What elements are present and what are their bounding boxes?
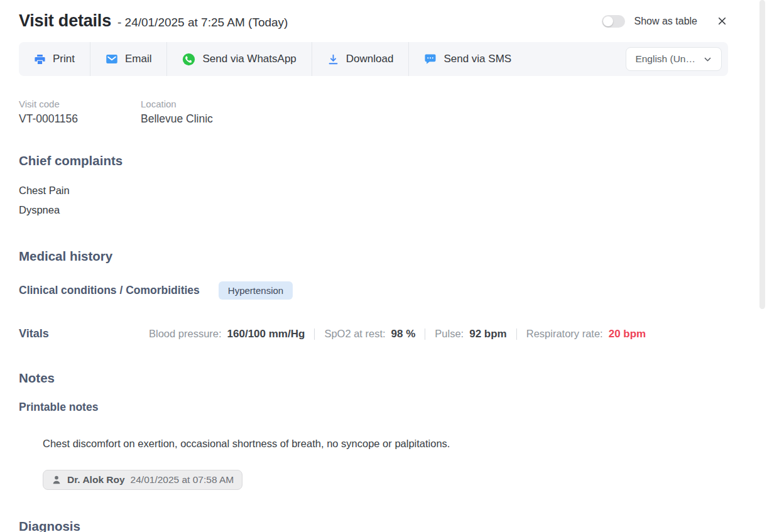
close-button[interactable] xyxy=(716,15,728,27)
diagnosis-heading: Diagnosis xyxy=(19,519,728,532)
vital-value: 160/100 mm/Hg xyxy=(227,328,305,340)
page-title: Visit details xyxy=(19,11,111,31)
download-label: Download xyxy=(346,53,394,65)
header-controls: Show as table xyxy=(602,15,728,28)
sms-label: Send via SMS xyxy=(443,53,511,65)
scrollbar-thumb[interactable] xyxy=(759,0,765,309)
show-as-table-toggle[interactable] xyxy=(602,15,625,28)
clinical-conditions-label: Clinical conditions / Comorbidities xyxy=(19,284,200,297)
download-icon xyxy=(327,53,339,65)
vital-value: 92 bpm xyxy=(469,328,507,340)
email-label: Email xyxy=(125,53,152,65)
show-as-table-label: Show as table xyxy=(634,16,697,27)
location-label: Location xyxy=(141,99,213,109)
print-button[interactable]: Print xyxy=(19,42,90,76)
vital-value: 98 % xyxy=(391,328,416,340)
vital-label: Respiratory rate: xyxy=(526,328,603,340)
visit-code-label: Visit code xyxy=(19,99,141,109)
vital-value-alert: 20 bpm xyxy=(609,328,646,340)
header: Visit details - 24/01/2025 at 7:25 AM (T… xyxy=(19,11,728,31)
title-group: Visit details - 24/01/2025 at 7:25 AM (T… xyxy=(19,11,288,31)
language-select[interactable]: English (Un… xyxy=(626,47,722,71)
page-subtitle: - 24/01/2025 at 7:25 AM (Today) xyxy=(117,16,288,30)
vital-separator xyxy=(516,328,517,340)
vitals-heading: Vitals xyxy=(19,327,149,340)
download-button[interactable]: Download xyxy=(312,42,410,76)
vital-separator xyxy=(314,328,315,340)
location-field: Location Bellevue Clinic xyxy=(141,99,213,126)
visit-info: Visit code VT-0001156 Location Bellevue … xyxy=(19,99,728,126)
vital-label: Pulse: xyxy=(435,328,464,340)
printer-icon xyxy=(34,53,46,65)
toolbar-spacer xyxy=(526,42,626,76)
whatsapp-label: Send via WhatsApp xyxy=(202,53,296,65)
close-icon xyxy=(716,15,728,27)
visit-code-field: Visit code VT-0001156 xyxy=(19,99,141,126)
note-text: Chest discomfort on exertion, occasional… xyxy=(43,438,728,450)
vital-label: Blood pressure: xyxy=(149,328,222,340)
vital-label: SpO2 at rest: xyxy=(324,328,385,340)
whatsapp-button[interactable]: Send via WhatsApp xyxy=(167,42,312,76)
chat-bubble-icon xyxy=(424,53,437,65)
language-selected-value: English (Un… xyxy=(635,53,695,65)
clinical-conditions-row: Clinical conditions / Comorbidities Hype… xyxy=(19,281,728,300)
note-timestamp: 24/01/2025 at 07:58 AM xyxy=(131,474,234,486)
note-author-badge: Dr. Alok Roy 24/01/2025 at 07:58 AM xyxy=(43,470,242,490)
print-label: Print xyxy=(53,53,75,65)
chief-complaints-list: Chest Pain Dyspnea xyxy=(19,181,728,220)
sms-button[interactable]: Send via SMS xyxy=(409,42,526,76)
medical-history-heading: Medical history xyxy=(19,249,728,264)
location-value: Bellevue Clinic xyxy=(141,112,213,126)
scrollbar-track[interactable] xyxy=(758,0,767,532)
toolbar: Print Email Send via WhatsApp xyxy=(19,42,728,76)
visit-code-value: VT-0001156 xyxy=(19,112,141,126)
complaint-item: Chest Pain xyxy=(19,181,728,200)
chevron-down-icon xyxy=(703,55,712,64)
email-button[interactable]: Email xyxy=(90,42,168,76)
printable-notes-heading: Printable notes xyxy=(19,401,728,414)
toggle-knob xyxy=(603,16,613,26)
person-icon xyxy=(52,475,62,485)
complaint-item: Dyspnea xyxy=(19,200,728,220)
vital-separator xyxy=(425,328,425,340)
visit-details-panel: Visit details - 24/01/2025 at 7:25 AM (T… xyxy=(0,0,767,532)
vitals-items: Blood pressure: 160/100 mm/Hg SpO2 at re… xyxy=(149,328,646,340)
notes-heading: Notes xyxy=(19,371,728,386)
chief-complaints-heading: Chief complaints xyxy=(19,153,728,168)
condition-badge: Hypertension xyxy=(219,281,293,300)
note-author-name: Dr. Alok Roy xyxy=(67,474,125,486)
envelope-icon xyxy=(106,53,118,65)
vitals-row: Vitals Blood pressure: 160/100 mm/Hg SpO… xyxy=(19,327,728,340)
whatsapp-icon xyxy=(182,53,195,66)
